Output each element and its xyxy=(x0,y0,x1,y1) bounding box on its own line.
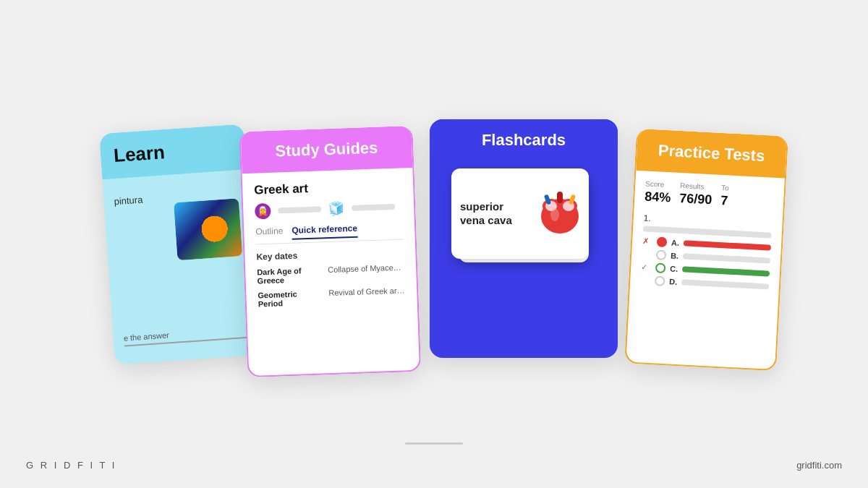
total-block: To 7 xyxy=(720,184,729,209)
learn-answer-text: e the answer xyxy=(123,325,247,342)
tab-outline[interactable]: Outline xyxy=(255,226,284,241)
brand-right: gridfiti.com xyxy=(796,460,842,471)
study-title: Greek art xyxy=(254,178,402,197)
study-header: Study Guides xyxy=(240,125,412,173)
dates-event-2: Revival of Greek art, reintroc xyxy=(328,286,406,306)
results-label: Results xyxy=(680,181,713,191)
option-c-status: ✓ xyxy=(641,262,652,273)
dates-period-2: Geometric Period xyxy=(258,288,323,308)
practice-header: Practice Tests xyxy=(636,129,787,179)
total-value: 7 xyxy=(720,193,729,209)
card-flashcards[interactable]: Flashcards superior vena cava xyxy=(430,119,618,358)
option-d-label: D. xyxy=(669,277,678,286)
option-b-label: B. xyxy=(671,251,679,260)
score-value: 84% xyxy=(644,189,671,205)
dates-table: Dark Age of Greece Collapse of Myacenaea… xyxy=(257,262,406,308)
learn-art-image xyxy=(174,198,242,260)
flashcards-header: Flashcards xyxy=(430,119,618,161)
option-a-label: A. xyxy=(671,238,680,247)
total-label: To xyxy=(721,184,729,192)
option-c-radio xyxy=(655,262,666,273)
option-b-status xyxy=(642,254,652,254)
flashcard-stack: superior vena cava xyxy=(451,168,596,270)
avatar-bar-1 xyxy=(278,206,321,213)
score-block: Score 84% xyxy=(644,179,672,205)
avatar-bar-2 xyxy=(352,203,395,210)
learn-label: pintura xyxy=(114,194,143,207)
option-d-radio xyxy=(655,275,665,286)
dates-row-1: Dark Age of Greece Collapse of Myacenaea… xyxy=(257,262,405,285)
option-d-bar xyxy=(681,279,769,289)
results-block: Results 76/90 xyxy=(679,181,713,207)
option-d-status xyxy=(640,280,650,281)
card-practice[interactable]: Practice Tests Score 84% Results 76/90 T… xyxy=(624,129,788,372)
flashcard-term: superior vena cava xyxy=(451,200,531,228)
heart-anatomy-icon xyxy=(531,184,589,242)
option-c-bar xyxy=(682,266,770,276)
learn-answer-bar: e the answer xyxy=(123,325,248,346)
cards-container: Learn pintura e the answer Study Guides … xyxy=(85,121,783,367)
option-b-radio xyxy=(656,249,667,260)
question-1: 1. ✗ A. B. ✓ xyxy=(640,213,773,291)
study-tabs: Outline Quick reference xyxy=(255,221,404,244)
flashcard-front: superior vena cava xyxy=(451,168,589,259)
results-value: 76/90 xyxy=(679,191,712,207)
scores-row: Score 84% Results 76/90 To 7 xyxy=(644,179,775,210)
dates-row-2: Geometric Period Revival of Greek art, r… xyxy=(258,286,406,308)
study-avatars: 🧝 🧊 xyxy=(255,198,403,219)
option-a-bar xyxy=(684,240,771,250)
avatar-1: 🧝 xyxy=(255,202,271,219)
svg-rect-5 xyxy=(557,192,563,203)
key-dates-label: Key dates xyxy=(256,247,404,262)
option-c-label: C. xyxy=(670,264,678,273)
scrollbar-hint xyxy=(405,442,463,445)
dates-event-1: Collapse of Myacenaean pa xyxy=(328,262,405,283)
avatar-2: 🧊 xyxy=(328,200,345,217)
score-label: Score xyxy=(645,179,672,189)
svg-point-8 xyxy=(550,208,559,221)
brand-left: G R I D F I T I xyxy=(26,460,116,471)
card-learn[interactable]: Learn pintura e the answer xyxy=(99,124,260,364)
dates-period-1: Dark Age of Greece xyxy=(257,265,323,285)
tab-quick-reference[interactable]: Quick reference xyxy=(292,223,357,239)
card-study[interactable]: Study Guides Greek art 🧝 🧊 Outline Quick… xyxy=(239,125,421,377)
option-a-status: ✗ xyxy=(642,236,653,247)
option-b-bar xyxy=(683,253,770,263)
option-a-radio xyxy=(657,236,668,247)
